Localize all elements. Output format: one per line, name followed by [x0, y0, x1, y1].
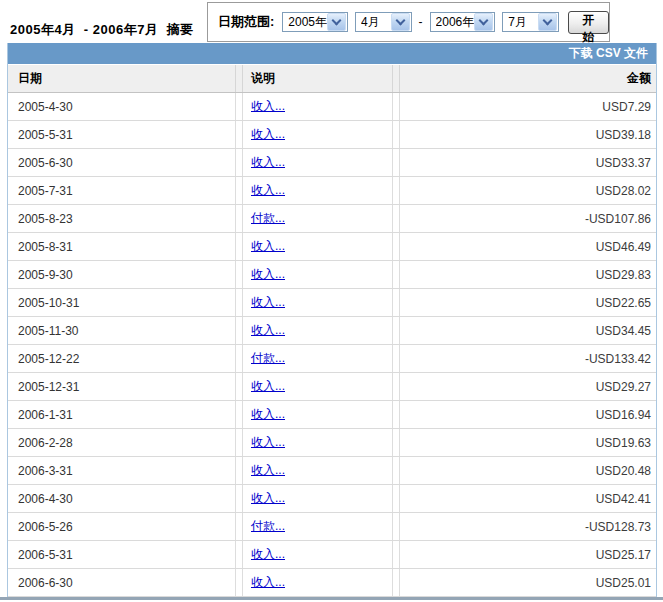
table-row: 2006-3-31 收入... USD20.48 — [8, 457, 656, 485]
end-year-select[interactable]: 2006年 — [430, 12, 496, 32]
amount-value: USD39.18 — [596, 128, 651, 142]
date-cell: 2006-5-26 — [8, 513, 236, 540]
amount-cell: -USD107.86 — [399, 205, 656, 232]
date-cell: 2005-12-31 — [8, 373, 236, 400]
amount-cell: USD39.18 — [399, 121, 656, 148]
amount-value: USD7.29 — [602, 100, 651, 114]
description-link[interactable]: 收入... — [251, 294, 285, 311]
header-description: 说明 — [242, 65, 393, 92]
description-link[interactable]: 收入... — [251, 126, 285, 143]
description-cell: 收入... — [242, 121, 393, 148]
date-cell: 2006-2-28 — [8, 429, 236, 456]
table-row: 2005-8-23 付款... -USD107.86 — [8, 205, 656, 233]
amount-cell: USD22.65 — [399, 289, 656, 316]
description-link[interactable]: 收入... — [251, 322, 285, 339]
amount-cell: USD25.17 — [399, 541, 656, 568]
summary-title: 2005年4月 - 2006年7月 摘要 — [10, 21, 194, 39]
header-date: 日期 — [8, 65, 236, 92]
description-link[interactable]: 付款... — [251, 518, 285, 535]
date-cell: 2005-9-30 — [8, 261, 236, 288]
amount-value: USD34.45 — [596, 324, 651, 338]
description-link[interactable]: 收入... — [251, 546, 285, 563]
date-range-panel: 日期范围: 2005年 4月 - 2006年 7月 开始 — [207, 2, 610, 42]
description-link[interactable]: 收入... — [251, 98, 285, 115]
date-cell: 2006-4-30 — [8, 485, 236, 512]
table-row: 2005-7-31 收入... USD28.02 — [8, 177, 656, 205]
description-cell: 收入... — [242, 457, 393, 484]
description-cell: 收入... — [242, 93, 393, 120]
description-cell: 付款... — [242, 513, 393, 540]
chevron-down-icon — [474, 13, 493, 31]
description-link[interactable]: 收入... — [251, 182, 285, 199]
amount-value: USD29.27 — [596, 380, 651, 394]
description-link[interactable]: 收入... — [251, 154, 285, 171]
amount-cell: -USD133.42 — [399, 345, 656, 372]
amount-value: USD25.17 — [596, 548, 651, 562]
date-cell: 2005-12-22 — [8, 345, 236, 372]
description-cell: 付款... — [242, 345, 393, 372]
amount-cell: USD25.01 — [399, 569, 656, 596]
table-row: 2005-4-30 收入... USD7.29 — [8, 93, 656, 121]
description-link[interactable]: 收入... — [251, 406, 285, 423]
amount-cell: USD16.94 — [399, 401, 656, 428]
description-cell: 收入... — [242, 177, 393, 204]
start-button[interactable]: 开始 — [568, 11, 609, 34]
table-row: 2005-6-30 收入... USD33.37 — [8, 149, 656, 177]
table-row: 2006-1-31 收入... USD16.94 — [8, 401, 656, 429]
amount-cell: USD19.63 — [399, 429, 656, 456]
date-cell: 2005-10-31 — [8, 289, 236, 316]
description-cell: 收入... — [242, 373, 393, 400]
amount-cell: USD28.02 — [399, 177, 656, 204]
table-row: 2005-9-30 收入... USD29.83 — [8, 261, 656, 289]
amount-value: USD46.49 — [596, 240, 651, 254]
description-cell: 收入... — [242, 261, 393, 288]
amount-cell: USD33.37 — [399, 149, 656, 176]
amount-cell: USD29.83 — [399, 261, 656, 288]
header-amount: 金额 — [399, 65, 656, 92]
description-link[interactable]: 收入... — [251, 266, 285, 283]
date-cell: 2006-3-31 — [8, 457, 236, 484]
date-range-label: 日期范围: — [218, 13, 274, 31]
description-link[interactable]: 付款... — [251, 210, 285, 227]
amount-value: USD33.37 — [596, 156, 651, 170]
table-row: 2006-5-26 付款... -USD128.73 — [8, 513, 656, 541]
date-cell: 2006-5-31 — [8, 541, 236, 568]
description-link[interactable]: 收入... — [251, 378, 285, 395]
start-month-value: 4月 — [361, 14, 390, 31]
bottom-divider — [0, 597, 663, 600]
date-cell: 2005-8-31 — [8, 233, 236, 260]
date-cell: 2005-5-31 — [8, 121, 236, 148]
start-month-select[interactable]: 4月 — [355, 12, 411, 32]
chevron-down-icon — [327, 13, 346, 31]
description-link[interactable]: 收入... — [251, 490, 285, 507]
date-cell: 2005-11-30 — [8, 317, 236, 344]
amount-value: -USD107.86 — [585, 212, 651, 226]
description-cell: 收入... — [242, 429, 393, 456]
start-year-value: 2005年 — [288, 14, 327, 31]
amount-value: USD25.01 — [596, 576, 651, 590]
date-cell: 2005-6-30 — [8, 149, 236, 176]
description-link[interactable]: 收入... — [251, 434, 285, 451]
description-cell: 收入... — [242, 149, 393, 176]
amount-value: USD19.63 — [596, 436, 651, 450]
description-link[interactable]: 收入... — [251, 462, 285, 479]
amount-value: -USD133.42 — [585, 352, 651, 366]
description-link[interactable]: 收入... — [251, 238, 285, 255]
amount-value: USD16.94 — [596, 408, 651, 422]
description-link[interactable]: 收入... — [251, 574, 285, 591]
chevron-down-icon — [538, 13, 557, 31]
amount-value: USD29.83 — [596, 268, 651, 282]
amount-cell: USD7.29 — [399, 93, 656, 120]
description-cell: 收入... — [242, 233, 393, 260]
download-csv-link[interactable]: 下载 CSV 文件 — [569, 45, 648, 62]
amount-cell: USD42.41 — [399, 485, 656, 512]
amount-cell: USD29.27 — [399, 373, 656, 400]
description-link[interactable]: 付款... — [251, 350, 285, 367]
amount-cell: USD20.48 — [399, 457, 656, 484]
description-cell: 收入... — [242, 289, 393, 316]
amount-value: USD28.02 — [596, 184, 651, 198]
table-row: 2005-8-31 收入... USD46.49 — [8, 233, 656, 261]
amount-value: -USD128.73 — [585, 520, 651, 534]
start-year-select[interactable]: 2005年 — [282, 12, 348, 32]
end-month-select[interactable]: 7月 — [502, 12, 558, 32]
